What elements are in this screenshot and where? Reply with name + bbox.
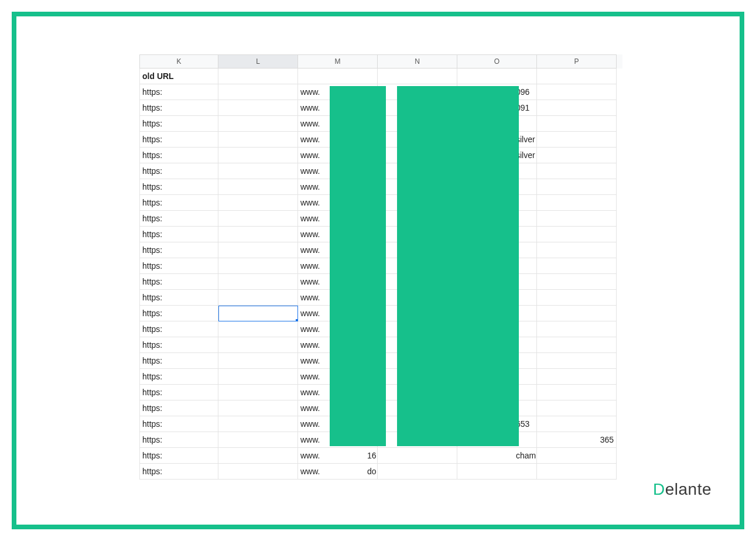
cell[interactable] xyxy=(218,227,298,242)
cell[interactable] xyxy=(537,195,617,211)
brand-logo: Delante xyxy=(653,480,711,499)
cell[interactable] xyxy=(218,195,298,211)
cell[interactable] xyxy=(537,464,617,480)
column-header-P[interactable]: P xyxy=(537,54,617,69)
cell[interactable] xyxy=(537,163,617,179)
cell[interactable] xyxy=(218,211,298,227)
cell[interactable] xyxy=(537,242,617,258)
cell[interactable] xyxy=(537,290,617,306)
cell[interactable] xyxy=(218,353,298,369)
cell[interactable]: https: xyxy=(139,132,218,148)
table-row: https:www.do xyxy=(139,464,622,480)
column-header-O[interactable]: O xyxy=(457,54,537,69)
cell[interactable]: https: xyxy=(139,116,218,132)
cell[interactable]: https: xyxy=(139,385,218,400)
cell[interactable] xyxy=(457,464,537,480)
cell[interactable]: www.do xyxy=(298,464,378,480)
cell[interactable] xyxy=(218,242,298,258)
cell[interactable] xyxy=(537,353,617,369)
cell[interactable]: https: xyxy=(139,321,218,337)
cell[interactable] xyxy=(218,337,298,353)
cell[interactable] xyxy=(218,416,298,432)
cell[interactable]: https: xyxy=(139,227,218,242)
cell[interactable] xyxy=(537,84,617,100)
cell[interactable] xyxy=(537,211,617,227)
cell[interactable]: https: xyxy=(139,448,218,464)
column-header-M[interactable]: M xyxy=(298,54,378,69)
cell[interactable] xyxy=(218,132,298,148)
cell[interactable]: https: xyxy=(139,258,218,274)
cell[interactable] xyxy=(537,179,617,195)
cell[interactable]: https: xyxy=(139,432,218,448)
cell[interactable] xyxy=(537,416,617,432)
column-header-L[interactable]: L xyxy=(218,54,298,69)
cell[interactable] xyxy=(218,274,298,290)
cell[interactable] xyxy=(218,69,298,84)
cell[interactable] xyxy=(537,148,617,163)
cell[interactable] xyxy=(218,290,298,306)
cell[interactable] xyxy=(218,432,298,448)
cell[interactable] xyxy=(218,258,298,274)
cell[interactable] xyxy=(537,258,617,274)
brand-letter-d: D xyxy=(653,480,665,498)
cell[interactable]: https: xyxy=(139,163,218,179)
cell[interactable]: https: xyxy=(139,179,218,195)
cell[interactable] xyxy=(218,100,298,116)
brand-rest: elante xyxy=(665,480,711,498)
cell[interactable] xyxy=(218,179,298,195)
cell[interactable]: https: xyxy=(139,242,218,258)
cell[interactable] xyxy=(378,464,457,480)
cell[interactable] xyxy=(218,84,298,100)
cell[interactable] xyxy=(218,448,298,464)
cell[interactable] xyxy=(537,69,617,84)
cell[interactable]: https: xyxy=(139,369,218,385)
cell[interactable] xyxy=(218,321,298,337)
cell[interactable] xyxy=(298,69,378,84)
cell[interactable] xyxy=(537,100,617,116)
cell[interactable] xyxy=(537,385,617,400)
cell[interactable]: https: xyxy=(139,306,218,321)
cell[interactable]: https: xyxy=(139,353,218,369)
cell[interactable]: https: xyxy=(139,100,218,116)
cell[interactable]: https: xyxy=(139,195,218,211)
cell[interactable] xyxy=(537,321,617,337)
cell[interactable] xyxy=(537,132,617,148)
cell[interactable]: https: xyxy=(139,274,218,290)
redaction-block xyxy=(330,86,386,446)
cell[interactable] xyxy=(537,369,617,385)
cell[interactable] xyxy=(457,69,537,84)
cell[interactable] xyxy=(537,227,617,242)
cell[interactable] xyxy=(218,385,298,400)
column-header-N[interactable]: N xyxy=(378,54,457,69)
cell[interactable] xyxy=(218,400,298,416)
table-row-header: old URL xyxy=(139,69,622,84)
cell[interactable] xyxy=(537,400,617,416)
column-header-K[interactable]: K xyxy=(139,54,218,69)
cell[interactable]: old URL xyxy=(139,69,218,84)
cell[interactable] xyxy=(218,464,298,480)
cell[interactable]: https: xyxy=(139,211,218,227)
cell[interactable]: www.16 xyxy=(298,448,378,464)
cell[interactable] xyxy=(218,163,298,179)
cell[interactable]: https: xyxy=(139,416,218,432)
cell[interactable]: https: xyxy=(139,400,218,416)
cell[interactable] xyxy=(218,116,298,132)
cell[interactable] xyxy=(537,274,617,290)
cell[interactable] xyxy=(218,369,298,385)
cell[interactable] xyxy=(537,448,617,464)
cell[interactable] xyxy=(218,306,298,321)
cell[interactable]: https: xyxy=(139,337,218,353)
cell[interactable]: https: xyxy=(139,84,218,100)
cell[interactable]: https: xyxy=(139,464,218,480)
cell[interactable] xyxy=(537,116,617,132)
cell[interactable]: https: xyxy=(139,148,218,163)
cell[interactable] xyxy=(218,148,298,163)
cell[interactable]: https: xyxy=(139,290,218,306)
cell[interactable]: 365 xyxy=(537,432,617,448)
image-frame: KLMNOP old URLhttps:www.no096https:www.n… xyxy=(12,12,744,529)
cell[interactable]: champions.html xyxy=(457,448,537,464)
cell[interactable] xyxy=(378,448,457,464)
cell[interactable] xyxy=(378,69,457,84)
cell[interactable] xyxy=(537,337,617,353)
cell[interactable] xyxy=(537,306,617,321)
